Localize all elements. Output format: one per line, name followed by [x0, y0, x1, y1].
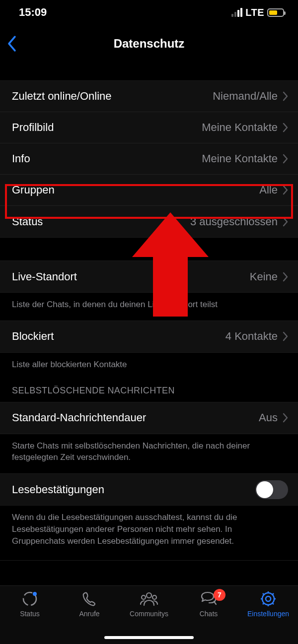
status-icon: [21, 590, 38, 608]
row-status[interactable]: Status 3 ausgeschlossen: [0, 206, 298, 237]
row-value: Aus: [259, 411, 278, 424]
network-type: LTE: [245, 7, 264, 18]
section-footer: Liste aller blockierten Kontakte: [0, 353, 298, 381]
row-label: Standard-Nachrichtendauer: [12, 411, 259, 424]
row-last-seen[interactable]: Zuletzt online/Online Niemand/Alle: [0, 81, 298, 112]
chevron-right-icon: [283, 185, 288, 195]
svg-point-2: [147, 593, 151, 598]
row-value: 3 ausgeschlossen: [190, 215, 278, 228]
chevron-right-icon: [283, 91, 288, 101]
row-label: Blockiert: [12, 330, 225, 343]
tab-status[interactable]: Status: [0, 590, 60, 644]
row-label: Zuletzt online/Online: [12, 90, 213, 103]
chevron-right-icon: [283, 154, 288, 164]
tab-settings[interactable]: Einstellungen: [238, 590, 298, 644]
chevron-right-icon: [283, 331, 288, 341]
row-value: Niemand/Alle: [213, 90, 278, 103]
privacy-section-read-receipts: Lesebestätigungen: [0, 473, 298, 506]
chevron-right-icon: [283, 123, 288, 132]
tab-label: Status: [20, 610, 40, 618]
phone-icon: [81, 590, 98, 608]
tab-bar: Status Anrufe Communitys 7 Chat: [0, 585, 298, 644]
svg-point-3: [142, 595, 146, 599]
communities-icon: [139, 590, 159, 608]
svg-line-14: [272, 593, 274, 595]
settings-gear-icon: [260, 590, 277, 608]
home-indicator[interactable]: [104, 636, 194, 639]
svg-point-6: [266, 596, 271, 601]
status-time: 15:09: [19, 6, 47, 19]
svg-line-12: [272, 603, 274, 604]
row-value: Alle: [259, 184, 278, 196]
row-blocked[interactable]: Blockiert 4 Kontakte: [0, 321, 298, 352]
privacy-section-visibility: Zuletzt online/Online Niemand/Alle Profi…: [0, 80, 298, 238]
row-about[interactable]: Info Meine Kontakte: [0, 143, 298, 175]
privacy-section-blocked: Blockiert 4 Kontakte: [0, 321, 298, 353]
row-read-receipts: Lesebestätigungen: [0, 474, 298, 505]
status-bar: 15:09 LTE: [0, 0, 298, 25]
back-button[interactable]: [7, 35, 17, 52]
section-footer: Wenn du die Lesebestätigungen ausschalte…: [0, 506, 298, 560]
tab-label: Anrufe: [79, 610, 99, 618]
svg-line-11: [263, 593, 264, 595]
row-value: Keine: [250, 270, 278, 283]
row-groups[interactable]: Gruppen Alle: [0, 175, 298, 206]
row-value: Meine Kontakte: [202, 152, 278, 165]
cellular-signal-icon: [231, 8, 242, 17]
section-footer: Starte Chats mit selbstlöschenden Nachri…: [0, 434, 298, 474]
tab-label: Einstellungen: [247, 610, 289, 618]
page-title: Datenschutz: [114, 37, 185, 51]
tab-label: Chats: [200, 610, 218, 618]
chats-badge: 7: [214, 589, 225, 601]
svg-point-1: [33, 592, 37, 596]
row-default-timer[interactable]: Standard-Nachrichtendauer Aus: [0, 402, 298, 434]
row-label: Status: [12, 215, 190, 228]
row-label: Live-Standort: [12, 270, 250, 283]
status-indicators: LTE: [231, 7, 284, 18]
toggle-knob: [256, 481, 273, 498]
chevron-right-icon: [283, 272, 288, 282]
privacy-section-live-location: Live-Standort Keine: [0, 260, 298, 293]
section-header: SELBSTLÖSCHENDE NACHRICHTEN: [0, 381, 298, 402]
read-receipts-toggle[interactable]: [255, 480, 288, 499]
row-value: 4 Kontakte: [225, 330, 278, 343]
privacy-section-disappearing: Standard-Nachrichtendauer Aus: [0, 402, 298, 434]
chevron-right-icon: [283, 413, 288, 423]
tab-label: Communitys: [130, 610, 168, 618]
svg-line-13: [263, 603, 264, 604]
chevron-left-icon: [7, 35, 17, 52]
chevron-right-icon: [283, 217, 288, 227]
row-profile-photo[interactable]: Profilbild Meine Kontakte: [0, 112, 298, 143]
row-value: Meine Kontakte: [202, 121, 278, 134]
section-footer: Liste der Chats, in denen du deinen Live…: [0, 293, 298, 321]
row-label: Lesebestätigungen: [12, 483, 255, 496]
row-label: Gruppen: [12, 184, 259, 196]
nav-bar: Datenschutz: [0, 29, 298, 59]
svg-point-4: [152, 595, 156, 599]
row-label: Profilbild: [12, 121, 202, 134]
battery-icon: [267, 8, 284, 17]
row-live-location[interactable]: Live-Standort Keine: [0, 261, 298, 292]
row-label: Info: [12, 152, 202, 165]
